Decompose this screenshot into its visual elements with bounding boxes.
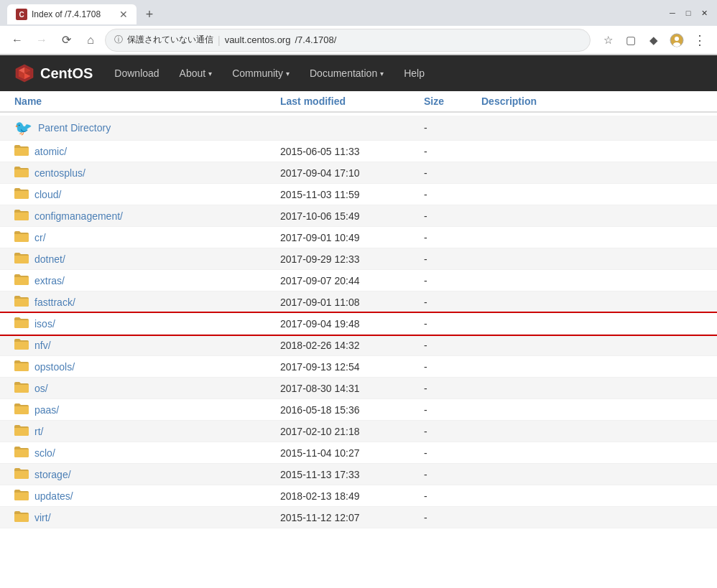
nav-community[interactable]: Community ▾ xyxy=(222,57,300,89)
file-name-cell: centosplus/ xyxy=(14,166,280,179)
file-link[interactable]: extras/ xyxy=(34,275,65,286)
column-name-header[interactable]: Name xyxy=(14,95,280,107)
table-row: virt/2015-11-12 12:07- xyxy=(0,507,717,528)
file-link[interactable]: isos/ xyxy=(34,318,55,330)
toolbar-icons: ☆ ▢ ◆ ⋮ xyxy=(598,30,710,50)
parent-directory-name: 🐦 Parent Directory xyxy=(14,119,280,136)
profile-icon xyxy=(670,33,684,47)
file-date: 2015-11-12 12:07 xyxy=(280,512,424,523)
file-link[interactable]: rt/ xyxy=(34,426,43,437)
file-link[interactable]: opstools/ xyxy=(34,361,75,373)
column-size-header[interactable]: Size xyxy=(424,95,481,107)
table-row: storage/2015-11-13 17:33- xyxy=(0,464,717,485)
file-link[interactable]: virt/ xyxy=(34,512,51,523)
table-row: centosplus/2017-09-04 17:10- xyxy=(0,162,717,184)
file-link[interactable]: configmanagement/ xyxy=(34,210,123,222)
reload-button[interactable]: ⟳ xyxy=(56,30,76,50)
file-date: 2017-09-07 20:44 xyxy=(280,275,424,286)
table-row: rt/2017-02-10 21:18- xyxy=(0,421,717,442)
forward-button[interactable]: → xyxy=(32,30,52,50)
url-box[interactable]: ⓘ 保護されていない通信 | vault.centos.org /7.4.170… xyxy=(105,29,591,52)
file-link[interactable]: cr/ xyxy=(34,232,46,243)
file-name-cell: sclo/ xyxy=(14,446,280,459)
tab-title: Index of /7.4.1708 xyxy=(32,9,115,19)
file-date: 2017-10-06 15:49 xyxy=(280,210,424,222)
file-date: 2017-08-30 14:31 xyxy=(280,383,424,394)
file-link[interactable]: paas/ xyxy=(34,404,59,416)
file-name-cell: cr/ xyxy=(14,230,280,244)
file-size: - xyxy=(424,167,481,179)
column-description-header[interactable]: Description xyxy=(481,95,703,107)
file-link[interactable]: updates/ xyxy=(34,490,73,502)
folder-icon xyxy=(14,424,29,438)
folder-icon xyxy=(14,230,29,244)
home-button[interactable]: ⌂ xyxy=(80,30,101,50)
file-size: - xyxy=(424,340,481,351)
parent-directory-row: 🐦 Parent Directory - xyxy=(0,116,717,141)
nav-documentation[interactable]: Documentation ▾ xyxy=(300,57,394,89)
new-tab-button[interactable]: + xyxy=(139,4,159,24)
centos-logo[interactable]: CentOS xyxy=(14,63,93,83)
nav-download[interactable]: Download xyxy=(104,57,169,89)
minimize-button[interactable]: ─ xyxy=(667,7,678,19)
table-row: updates/2018-02-13 18:49- xyxy=(0,485,717,507)
file-name-cell: dotnet/ xyxy=(14,252,280,266)
file-link[interactable]: cloud/ xyxy=(34,189,61,200)
extension-button[interactable]: ◆ xyxy=(644,30,664,50)
folder-icon xyxy=(14,489,29,503)
nav-about[interactable]: About ▾ xyxy=(170,57,223,89)
documentation-arrow-icon: ▾ xyxy=(380,70,384,78)
file-name-cell: opstools/ xyxy=(14,360,280,373)
file-date: 2017-09-04 17:10 xyxy=(280,167,424,179)
tab-close-button[interactable]: ✕ xyxy=(119,9,128,20)
file-listing: Name Last modified Size Description 🐦 Pa… xyxy=(0,91,717,566)
active-tab[interactable]: C Index of /7.4.1708 ✕ xyxy=(7,4,137,24)
close-button[interactable]: ✕ xyxy=(698,7,710,19)
file-size: - xyxy=(424,512,481,523)
file-link[interactable]: sclo/ xyxy=(34,447,55,459)
file-link[interactable]: nfv/ xyxy=(34,340,51,351)
nav-help[interactable]: Help xyxy=(394,57,435,89)
folder-icon xyxy=(14,467,29,481)
menu-button[interactable]: ⋮ xyxy=(690,30,710,50)
maximize-button[interactable]: □ xyxy=(683,7,694,19)
bookmark-button[interactable]: ☆ xyxy=(598,30,618,50)
file-size: - xyxy=(424,318,481,330)
file-size: - xyxy=(424,426,481,437)
svg-point-3 xyxy=(675,37,679,41)
folder-icon xyxy=(14,252,29,266)
folder-icon xyxy=(14,295,29,309)
file-link[interactable]: os/ xyxy=(34,383,48,394)
file-link[interactable]: fasttrack/ xyxy=(34,297,75,308)
folder-icon xyxy=(14,209,29,223)
url-domain: vault.centos.org xyxy=(225,34,291,45)
parent-directory-link[interactable]: Parent Directory xyxy=(38,122,111,134)
file-date: 2015-06-05 11:33 xyxy=(280,146,424,157)
file-name-cell: rt/ xyxy=(14,424,280,438)
table-row: os/2017-08-30 14:31- xyxy=(0,378,717,399)
file-date: 2016-05-18 15:36 xyxy=(280,404,424,416)
table-row: isos/2017-09-04 19:48- xyxy=(0,313,717,335)
file-size: - xyxy=(424,253,481,265)
file-date: 2017-02-10 21:18 xyxy=(280,426,424,437)
file-name-cell: updates/ xyxy=(14,489,280,503)
file-name-cell: fasttrack/ xyxy=(14,295,280,309)
file-size: - xyxy=(424,447,481,459)
file-link[interactable]: dotnet/ xyxy=(34,253,65,265)
file-link[interactable]: centosplus/ xyxy=(34,167,85,179)
screenshot-button[interactable]: ▢ xyxy=(621,30,641,50)
url-path: /7.4.1708/ xyxy=(295,34,336,45)
file-link[interactable]: storage/ xyxy=(34,469,71,480)
table-row: nfv/2018-02-26 14:32- xyxy=(0,335,717,356)
profile-button[interactable] xyxy=(667,30,687,50)
table-row: cloud/2015-11-03 11:59- xyxy=(0,184,717,205)
window-controls: ─ □ ✕ xyxy=(667,7,710,19)
folder-icon xyxy=(14,510,29,524)
tab-favicon: C xyxy=(16,9,27,20)
back-button[interactable]: ← xyxy=(7,30,27,50)
column-modified-header[interactable]: Last modified xyxy=(280,95,424,107)
address-bar: ← → ⟳ ⌂ ⓘ 保護されていない通信 | vault.centos.org … xyxy=(0,26,717,55)
file-name-cell: cloud/ xyxy=(14,187,280,201)
security-icon: ⓘ xyxy=(114,34,123,46)
file-link[interactable]: atomic/ xyxy=(34,146,67,157)
